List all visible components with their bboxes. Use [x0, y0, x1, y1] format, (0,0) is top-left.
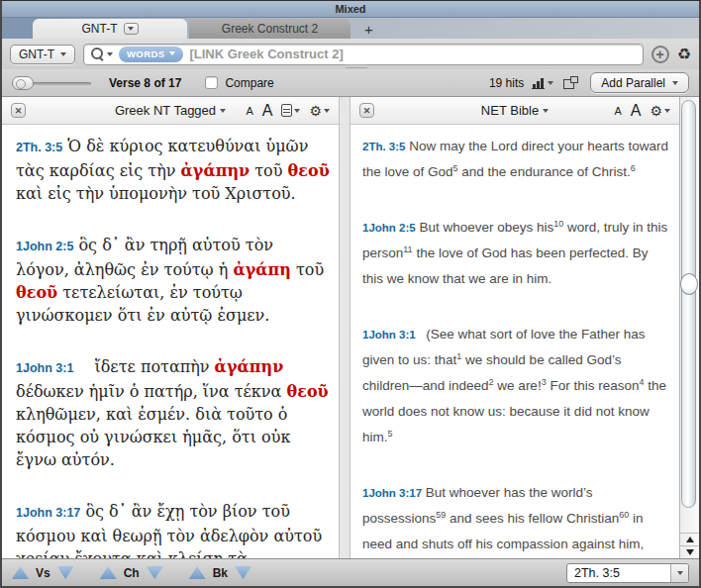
recycle-search-icon[interactable]: ♻ [677, 47, 691, 62]
slider-thumb[interactable] [12, 76, 34, 90]
verse-reference[interactable]: 1John 2:5 [362, 222, 416, 234]
context-control-bar: Verse 8 of 17 Compare 19 hits Add Parall… [2, 69, 699, 97]
greek-pane-tools: A A ⚙ [246, 102, 330, 120]
scroll-down-button[interactable] [680, 545, 699, 558]
vertical-scrollbar[interactable] [679, 97, 699, 558]
verse-text: and sees his fellow Christian [446, 511, 619, 526]
verse-text: For this reason [547, 378, 640, 393]
text-panes: ✕ Greek NT Tagged A A ⚙ 2Th. 3:5 Ὁ δὲ κύ… [2, 97, 699, 558]
scrollbar-thumb[interactable] [681, 100, 696, 508]
search-mode-label: WORDS [127, 49, 164, 59]
display-settings-button[interactable] [281, 104, 300, 117]
search-query-text: [LINK Greek Construct 2] [189, 47, 343, 61]
scroll-up-button[interactable] [680, 533, 699, 545]
vs-next-button[interactable] [57, 566, 74, 579]
vs-previous-button[interactable] [12, 566, 29, 579]
english-pane-header: ✕ NET Bible A A ⚙ [350, 97, 679, 125]
search-toolbar: GNT-T WORDS [LINK Greek Construct 2] + ♻ [2, 39, 699, 69]
module-selector-label: GNT-T [19, 48, 54, 61]
add-search-button[interactable]: + [651, 46, 669, 63]
combo-dropdown-button[interactable] [670, 564, 688, 582]
search-mode-pill[interactable]: WORDS [119, 47, 183, 62]
footnote-marker[interactable]: 5 [388, 429, 393, 439]
verse-reference[interactable]: 1John 3:1 [362, 329, 416, 341]
bk-next-button[interactable] [235, 566, 251, 579]
chevron-down-icon [169, 51, 175, 55]
tab-greek-construct-2[interactable]: Greek Construct 2 [189, 19, 350, 39]
greek-text-pane: ✕ Greek NT Tagged A A ⚙ 2Th. 3:5 Ὁ δὲ κύ… [2, 97, 339, 558]
english-verse-list: 2Th. 3:5 Now may the Lord direct your he… [350, 125, 679, 558]
hit-word: ἀγάπην [215, 357, 284, 376]
nav-label-ch: Ch [124, 566, 140, 580]
chevron-down-icon [677, 571, 683, 575]
chevron-down-icon [220, 109, 226, 113]
pane-actions-button[interactable]: ⚙ [309, 104, 330, 118]
verse-paragraph: 1John 2:5 ὃς δ᾿ ἂν τηρῇ αὐτοῦ τὸν λόγον,… [16, 234, 331, 327]
verse-reference[interactable]: 2Th. 3:5 [16, 141, 62, 154]
verse-reference[interactable]: 1John 3:17 [16, 506, 80, 520]
ch-previous-button[interactable] [100, 566, 117, 579]
toolbar-resize-grip[interactable] [346, 62, 367, 68]
list-icon [281, 104, 292, 117]
verse-paragraph: 2Th. 3:5 Ὁ δὲ κύριος κατευθύναι ὑμῶν τὰς… [16, 135, 331, 205]
compare-label: Compare [225, 76, 273, 90]
compare-checkbox[interactable] [205, 76, 218, 89]
greek-verse-list: 2Th. 3:5 Ὁ δὲ κύριος κατευθύναι ὑμῶν τὰς… [2, 125, 339, 558]
footnote-marker[interactable]: 59 [436, 510, 446, 520]
pane-splitter[interactable] [339, 97, 350, 558]
pane-actions-button[interactable]: ⚙ [650, 104, 670, 118]
verse-reference[interactable]: 1John 2:5 [16, 240, 73, 253]
footnote-marker[interactable]: 11 [403, 245, 412, 254]
verse-reference[interactable]: 1John 3:17 [362, 487, 422, 499]
hits-count-label: 19 hits [489, 76, 524, 90]
bk-previous-button[interactable] [189, 566, 206, 579]
footnote-marker[interactable]: 6 [631, 163, 636, 173]
decrease-font-button[interactable]: A [246, 105, 252, 117]
verse-selector-combo[interactable]: 2Th. 3:5 [566, 563, 689, 583]
verse-reference[interactable]: 2Th. 3:5 [362, 141, 405, 152]
hits-graph-icon[interactable] [532, 77, 545, 89]
tab-menu-button[interactable] [124, 23, 139, 35]
footnote-marker[interactable]: 10 [553, 219, 563, 229]
hit-word: ἀγάπη [233, 260, 291, 279]
verse-paragraph: 1John 3:17 ὃς δ᾿ ἂν ἔχῃ τὸν βίον τοῦ κόσ… [16, 500, 331, 558]
search-icon[interactable] [91, 48, 104, 60]
verse-reference[interactable]: 1John 3:1 [16, 361, 73, 375]
module-selector-button[interactable]: GNT-T [10, 45, 75, 64]
scrollbar-split-knob[interactable] [680, 273, 698, 295]
verse-status-label: Verse 8 of 17 [109, 76, 181, 90]
verse-paragraph: 2Th. 3:5 Now may the Lord direct your he… [362, 134, 669, 185]
verse-paragraph: 1John 3:1 ἴδετε ποταπὴν ἀγάπην δέδωκεν ἡ… [16, 355, 331, 471]
verse-text: we are! [494, 378, 542, 393]
navigation-bar: VsChBk 2Th. 3:5 [2, 558, 699, 586]
tab-gnt-t[interactable]: GNT-T [33, 19, 187, 39]
greek-pane-header: ✕ Greek NT Tagged A A ⚙ [2, 97, 339, 125]
close-pane-button[interactable]: ✕ [11, 103, 26, 118]
add-tab-button[interactable]: + [364, 23, 373, 37]
chevron-down-icon [672, 81, 678, 85]
verse-paragraph: 1John 3:1 (See what sort of love the Fat… [362, 322, 669, 450]
details-pane-icon[interactable] [563, 76, 578, 89]
nav-group-bk: Bk [189, 566, 251, 580]
window-title: Mixed [2, 1, 699, 18]
chevron-down-icon [664, 109, 670, 113]
ch-next-button[interactable] [147, 566, 163, 579]
chevron-down-icon [128, 27, 134, 31]
add-parallel-button[interactable]: Add Parallel [590, 72, 689, 93]
nav-group-ch: Ch [100, 566, 163, 580]
verse-text: ἴδετε ποταπὴν [78, 357, 214, 376]
footnote-marker[interactable]: 60 [619, 510, 629, 520]
decrease-font-button[interactable]: A [614, 105, 621, 117]
context-slider[interactable] [12, 76, 91, 90]
increase-font-button[interactable]: A [262, 102, 273, 120]
chevron-down-icon[interactable] [548, 81, 553, 85]
scrollbar-arrows [680, 533, 699, 558]
search-menu-chevron-icon[interactable] [107, 52, 113, 56]
close-pane-button[interactable]: ✕ [359, 103, 374, 118]
hit-word: θεοῦ [16, 283, 57, 302]
nav-groups: VsChBk [12, 566, 277, 580]
increase-font-button[interactable]: A [631, 102, 642, 120]
workspace-tab-bar: GNT-T Greek Construct 2 + [2, 18, 699, 39]
verse-selector-value: 2Th. 3:5 [567, 566, 670, 580]
hit-word: θεοῦ [288, 161, 330, 180]
